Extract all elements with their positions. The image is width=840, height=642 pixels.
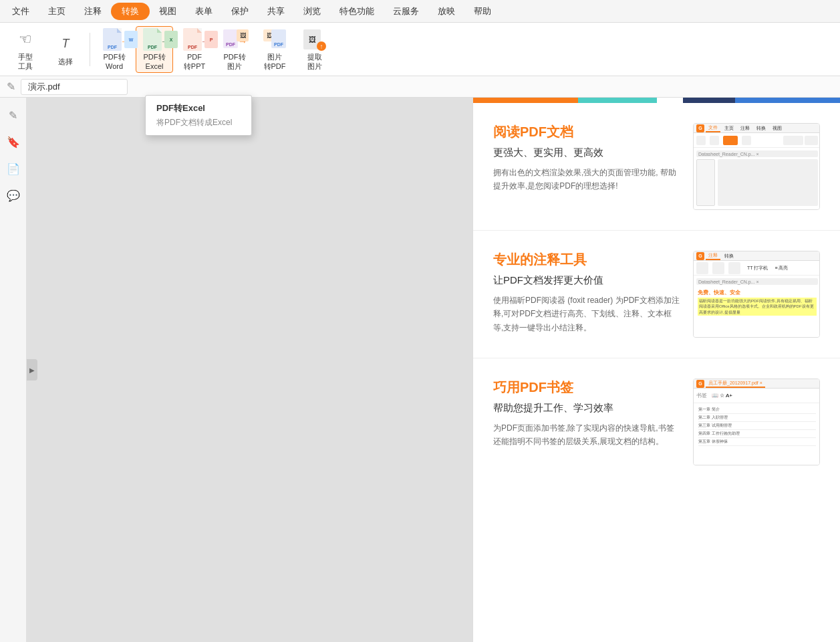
- select-tool-button[interactable]: T 选择: [47, 26, 84, 73]
- pdf-image-icon: PDF → 🖼: [223, 28, 246, 51]
- promo-read-title: 阅读PDF文档: [493, 123, 680, 141]
- hand-tool-button[interactable]: ☜ 手型工具: [7, 26, 44, 73]
- tooltip-desc: 将PDF文档转成Excel: [156, 117, 241, 128]
- file-path: 演示.pdf: [21, 79, 128, 95]
- extract-icon: 🖼 ↑: [303, 28, 326, 51]
- pdf-to-image-button[interactable]: PDF → 🖼 PDF转图片: [216, 26, 253, 73]
- promo-section-annotate: 专业的注释工具 让PDF文档发挥更大价值 使用福昕PDF阅读器 (foxit r…: [473, 231, 840, 358]
- sidebar-bookmark-icon[interactable]: 🔖: [3, 131, 24, 152]
- menu-form[interactable]: 表单: [186, 1, 222, 21]
- mini-tab-main: 主页: [722, 125, 736, 132]
- pdf-ppt-label: PDF转PPT: [184, 53, 205, 70]
- menu-help[interactable]: 帮助: [464, 1, 501, 21]
- pdf-excel-icon: PDF → X: [143, 28, 166, 51]
- chevron-right-icon: ▶: [29, 366, 35, 374]
- mini-tab-annotate: 注释: [738, 125, 752, 132]
- color-bar: [473, 98, 840, 103]
- extract-image-label: 提取图片: [307, 53, 322, 70]
- mini-bookmark-logo: G: [696, 380, 704, 388]
- mini-annot-breadcrumb: Datasheet_Reader_CN.p... ×: [696, 278, 818, 285]
- pdf-image-label: PDF转图片: [224, 53, 246, 70]
- promo-panel: 阅读PDF文档 更强大、更实用、更高效 拥有出色的文档渲染效果,强大的页面管理功…: [472, 98, 840, 642]
- mini-bookmark-item-3: 第三章 试用期管理: [698, 422, 816, 430]
- select-icon: T: [62, 37, 69, 51]
- color-segment-navy: [683, 98, 735, 103]
- breadcrumb-bar: ✎ 演示.pdf: [0, 76, 840, 98]
- mini-app-bookmark: G 员工手册_20120917.pdf × 书签 📖 ☆ A+: [694, 379, 820, 465]
- pdf-word-icon: PDF → W: [103, 28, 126, 51]
- mini-tool-2: [710, 136, 719, 145]
- mini-app-annotate: G 注释 转换 TT 打字机 ≡ 高亮 Datasheet_Rea: [694, 251, 820, 338]
- color-segment-blue: [735, 98, 840, 103]
- pdf-excel-label: PDF转Excel: [144, 53, 166, 70]
- hand-icon: ☜: [19, 31, 32, 48]
- mini-breadcrumb: Datasheet_Reader_CN.p... ×: [696, 150, 818, 157]
- mini-annot-tab: 注释: [706, 252, 720, 260]
- toolbar-separator-1: [90, 33, 90, 66]
- menu-home[interactable]: 主页: [39, 1, 75, 21]
- mini-tab-view: 视图: [770, 125, 785, 132]
- promo-annotate-subtitle: 让PDF文档发挥更大价值: [493, 274, 680, 287]
- left-sidebar: ✎ 🔖 📄 💬: [0, 98, 27, 642]
- promo-section-read: 阅读PDF文档 更强大、更实用、更高效 拥有出色的文档渲染效果,强大的页面管理功…: [473, 103, 840, 231]
- sidebar-comment-icon[interactable]: 💬: [3, 185, 24, 206]
- promo-section-bookmark: 巧用PDF书签 帮助您提升工作、学习效率 为PDF页面添加书签,除了实现内容的快…: [473, 358, 840, 486]
- mini-annot-tool-2: [712, 262, 724, 274]
- menu-cloud[interactable]: 云服务: [384, 1, 428, 21]
- promo-bookmark-desc: 为PDF页面添加书签,除了实现内容的快速导航,书签还能指明不同书签的层级关系,展…: [493, 421, 680, 449]
- promo-read-subtitle: 更强大、更实用、更高效: [493, 146, 680, 159]
- collapse-button[interactable]: ▶: [27, 359, 37, 381]
- promo-annotate-title: 专业的注释工具: [493, 251, 680, 269]
- mini-tool-5: [783, 136, 803, 145]
- menu-annotate[interactable]: 注释: [75, 1, 111, 21]
- mini-app-read: G 文件 主页 注释 转换 视图: [694, 124, 820, 210]
- image-pdf-label: 图片转PDF: [264, 53, 286, 70]
- pdf-to-word-button[interactable]: PDF → W PDF转Word: [96, 26, 133, 73]
- promo-bookmark-subtitle: 帮助您提升工作、学习效率: [493, 402, 680, 415]
- mini-tab-file: 文件: [706, 124, 720, 132]
- menu-browse[interactable]: 浏览: [294, 1, 330, 21]
- mini-bookmark-item-1: 第一章 简介: [698, 406, 816, 414]
- mini-tool-6: [805, 136, 818, 145]
- pdf-to-ppt-button[interactable]: PDF → P PDF转PPT: [176, 26, 213, 73]
- promo-annotate-text: 专业的注释工具 让PDF文档发挥更大价值 使用福昕PDF阅读器 (foxit r…: [493, 251, 680, 338]
- menu-share[interactable]: 共享: [258, 1, 294, 21]
- extract-image-button[interactable]: 🖼 ↑ 提取图片: [296, 26, 333, 73]
- menu-present[interactable]: 放映: [428, 1, 464, 21]
- content-area: ▶ 阅读PDF文档 更强大、更实用、更高效 拥有出色的文档渲染效果,强大的页面管…: [27, 98, 840, 642]
- pdf-ppt-icon: PDF → P: [183, 28, 206, 51]
- mini-annot-tool-1: [696, 262, 708, 274]
- menu-features[interactable]: 特色功能: [330, 1, 384, 21]
- dropdown-tooltip: PDF转Excel 将PDF文档转成Excel: [145, 95, 252, 136]
- toolbar: ☜ 手型工具 T 选择 PDF → W PDF转W: [0, 23, 840, 76]
- sidebar-annotate-icon[interactable]: ✎: [3, 104, 24, 126]
- color-segment-teal: [578, 98, 657, 103]
- promo-read-desc: 拥有出色的文档渲染效果,强大的页面管理功能, 帮助提升效率,是您阅读PDF的理想…: [493, 166, 680, 193]
- image-pdf-icon: 🖼 → PDF: [263, 28, 286, 51]
- menu-convert[interactable]: 转换: [111, 3, 150, 20]
- promo-read-image: G 文件 主页 注释 转换 视图: [693, 123, 820, 210]
- mini-tab-convert: 转换: [754, 125, 768, 132]
- pdf-to-excel-button[interactable]: PDF → X PDF转Excel: [136, 26, 173, 73]
- mini-logo: G: [696, 124, 704, 132]
- promo-bookmark-text: 巧用PDF书签 帮助您提升工作、学习效率 为PDF页面添加书签,除了实现内容的快…: [493, 379, 680, 465]
- menu-protect[interactable]: 保护: [222, 1, 258, 21]
- mini-annot-logo: G: [696, 252, 704, 260]
- pdf-word-label: PDF转Word: [104, 53, 126, 70]
- mini-bookmark-item-2: 第二章 入职管理: [698, 414, 816, 422]
- main-area: ✎ 🔖 📄 💬 ▶ 阅读PDF文档: [0, 98, 840, 642]
- menu-file[interactable]: 文件: [3, 1, 39, 21]
- mini-bookmark-item-5: 第五章 休假神保: [698, 438, 816, 446]
- mini-annot-tool-3: [728, 262, 740, 274]
- pdf-viewer: [27, 98, 472, 642]
- color-segment-orange: [473, 98, 578, 103]
- mini-bookmark-panel: 第一章 简介 第二章 入职管理 第三章 试用期管理 第四章 工作行贿先助理 第五…: [696, 405, 819, 447]
- menu-view[interactable]: 视图: [150, 1, 186, 21]
- sidebar-pages-icon[interactable]: 📄: [3, 158, 24, 179]
- select-tool-label: 选择: [58, 58, 73, 66]
- mini-bookmark-item-4: 第四章 工作行贿先助理: [698, 430, 816, 438]
- image-to-pdf-button[interactable]: 🖼 → PDF 图片转PDF: [256, 26, 293, 73]
- mini-bookmark-tab: 员工手册_20120917.pdf ×: [706, 380, 765, 388]
- hand-tool-label: 手型工具: [18, 53, 33, 70]
- color-segment-white: [657, 98, 683, 103]
